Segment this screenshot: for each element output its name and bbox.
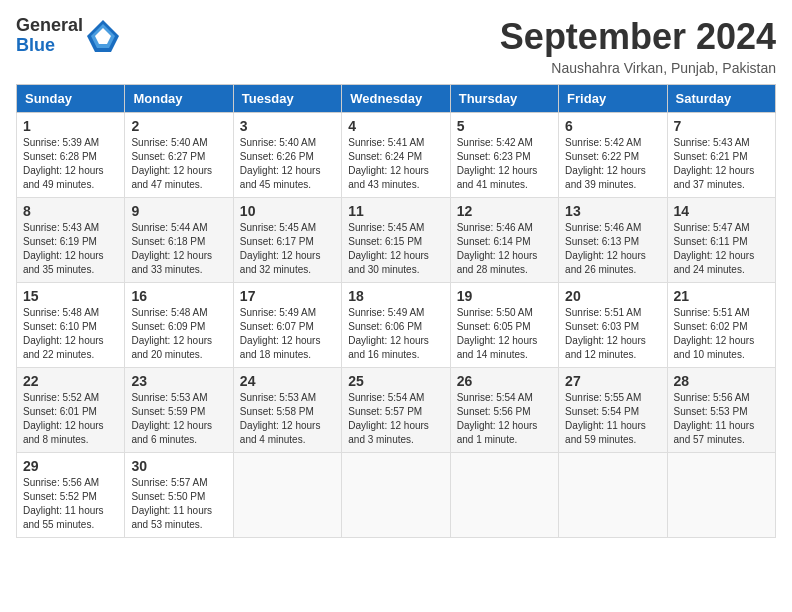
day-info: Sunrise: 5:43 AMSunset: 6:21 PMDaylight:… [674,137,755,190]
calendar-cell: 28 Sunrise: 5:56 AMSunset: 5:53 PMDaylig… [667,368,775,453]
day-number: 27 [565,373,660,389]
weekday-header: Monday [125,85,233,113]
day-number: 24 [240,373,335,389]
day-info: Sunrise: 5:49 AMSunset: 6:06 PMDaylight:… [348,307,429,360]
day-number: 8 [23,203,118,219]
calendar-cell: 9 Sunrise: 5:44 AMSunset: 6:18 PMDayligh… [125,198,233,283]
calendar-cell: 17 Sunrise: 5:49 AMSunset: 6:07 PMDaylig… [233,283,341,368]
day-number: 7 [674,118,769,134]
day-info: Sunrise: 5:47 AMSunset: 6:11 PMDaylight:… [674,222,755,275]
calendar-cell: 24 Sunrise: 5:53 AMSunset: 5:58 PMDaylig… [233,368,341,453]
day-number: 12 [457,203,552,219]
day-info: Sunrise: 5:43 AMSunset: 6:19 PMDaylight:… [23,222,104,275]
day-info: Sunrise: 5:51 AMSunset: 6:03 PMDaylight:… [565,307,646,360]
calendar-cell: 19 Sunrise: 5:50 AMSunset: 6:05 PMDaylig… [450,283,558,368]
calendar-cell: 7 Sunrise: 5:43 AMSunset: 6:21 PMDayligh… [667,113,775,198]
day-info: Sunrise: 5:52 AMSunset: 6:01 PMDaylight:… [23,392,104,445]
day-number: 15 [23,288,118,304]
calendar-cell: 18 Sunrise: 5:49 AMSunset: 6:06 PMDaylig… [342,283,450,368]
day-info: Sunrise: 5:50 AMSunset: 6:05 PMDaylight:… [457,307,538,360]
calendar-cell [342,453,450,538]
day-info: Sunrise: 5:39 AMSunset: 6:28 PMDaylight:… [23,137,104,190]
weekday-header: Friday [559,85,667,113]
calendar-cell: 2 Sunrise: 5:40 AMSunset: 6:27 PMDayligh… [125,113,233,198]
location-title: Naushahra Virkan, Punjab, Pakistan [500,60,776,76]
day-info: Sunrise: 5:46 AMSunset: 6:14 PMDaylight:… [457,222,538,275]
logo-blue-text: Blue [16,36,83,56]
day-info: Sunrise: 5:56 AMSunset: 5:52 PMDaylight:… [23,477,104,530]
weekday-header: Wednesday [342,85,450,113]
day-number: 20 [565,288,660,304]
day-number: 22 [23,373,118,389]
calendar-cell: 21 Sunrise: 5:51 AMSunset: 6:02 PMDaylig… [667,283,775,368]
day-number: 5 [457,118,552,134]
day-number: 26 [457,373,552,389]
calendar-cell: 15 Sunrise: 5:48 AMSunset: 6:10 PMDaylig… [17,283,125,368]
day-info: Sunrise: 5:55 AMSunset: 5:54 PMDaylight:… [565,392,646,445]
calendar-cell: 14 Sunrise: 5:47 AMSunset: 6:11 PMDaylig… [667,198,775,283]
calendar-cell: 5 Sunrise: 5:42 AMSunset: 6:23 PMDayligh… [450,113,558,198]
calendar-table: SundayMondayTuesdayWednesdayThursdayFrid… [16,84,776,538]
day-number: 30 [131,458,226,474]
day-info: Sunrise: 5:45 AMSunset: 6:15 PMDaylight:… [348,222,429,275]
weekday-header: Thursday [450,85,558,113]
day-number: 2 [131,118,226,134]
calendar-cell: 25 Sunrise: 5:54 AMSunset: 5:57 PMDaylig… [342,368,450,453]
day-number: 3 [240,118,335,134]
logo-general-text: General [16,16,83,36]
day-number: 9 [131,203,226,219]
day-info: Sunrise: 5:40 AMSunset: 6:26 PMDaylight:… [240,137,321,190]
day-info: Sunrise: 5:54 AMSunset: 5:56 PMDaylight:… [457,392,538,445]
day-number: 11 [348,203,443,219]
calendar-cell: 8 Sunrise: 5:43 AMSunset: 6:19 PMDayligh… [17,198,125,283]
day-number: 4 [348,118,443,134]
calendar-cell: 11 Sunrise: 5:45 AMSunset: 6:15 PMDaylig… [342,198,450,283]
day-info: Sunrise: 5:41 AMSunset: 6:24 PMDaylight:… [348,137,429,190]
logo-icon [85,18,121,54]
calendar-cell: 16 Sunrise: 5:48 AMSunset: 6:09 PMDaylig… [125,283,233,368]
calendar-cell: 13 Sunrise: 5:46 AMSunset: 6:13 PMDaylig… [559,198,667,283]
weekday-header: Tuesday [233,85,341,113]
day-number: 13 [565,203,660,219]
day-number: 16 [131,288,226,304]
calendar-cell: 3 Sunrise: 5:40 AMSunset: 6:26 PMDayligh… [233,113,341,198]
day-info: Sunrise: 5:42 AMSunset: 6:22 PMDaylight:… [565,137,646,190]
day-number: 17 [240,288,335,304]
calendar-cell: 26 Sunrise: 5:54 AMSunset: 5:56 PMDaylig… [450,368,558,453]
day-number: 25 [348,373,443,389]
day-info: Sunrise: 5:54 AMSunset: 5:57 PMDaylight:… [348,392,429,445]
day-info: Sunrise: 5:45 AMSunset: 6:17 PMDaylight:… [240,222,321,275]
weekday-header: Saturday [667,85,775,113]
month-title: September 2024 [500,16,776,58]
calendar-cell [450,453,558,538]
calendar-cell [559,453,667,538]
calendar-cell: 27 Sunrise: 5:55 AMSunset: 5:54 PMDaylig… [559,368,667,453]
day-info: Sunrise: 5:44 AMSunset: 6:18 PMDaylight:… [131,222,212,275]
calendar-cell: 4 Sunrise: 5:41 AMSunset: 6:24 PMDayligh… [342,113,450,198]
day-number: 18 [348,288,443,304]
day-info: Sunrise: 5:46 AMSunset: 6:13 PMDaylight:… [565,222,646,275]
day-info: Sunrise: 5:49 AMSunset: 6:07 PMDaylight:… [240,307,321,360]
day-number: 29 [23,458,118,474]
calendar-cell: 20 Sunrise: 5:51 AMSunset: 6:03 PMDaylig… [559,283,667,368]
day-info: Sunrise: 5:40 AMSunset: 6:27 PMDaylight:… [131,137,212,190]
day-number: 6 [565,118,660,134]
day-info: Sunrise: 5:48 AMSunset: 6:09 PMDaylight:… [131,307,212,360]
calendar-cell: 12 Sunrise: 5:46 AMSunset: 6:14 PMDaylig… [450,198,558,283]
weekday-header: Sunday [17,85,125,113]
day-number: 23 [131,373,226,389]
day-number: 21 [674,288,769,304]
day-info: Sunrise: 5:56 AMSunset: 5:53 PMDaylight:… [674,392,755,445]
day-number: 14 [674,203,769,219]
calendar-cell [667,453,775,538]
logo: General Blue [16,16,121,56]
calendar-cell: 29 Sunrise: 5:56 AMSunset: 5:52 PMDaylig… [17,453,125,538]
day-info: Sunrise: 5:51 AMSunset: 6:02 PMDaylight:… [674,307,755,360]
calendar-cell: 23 Sunrise: 5:53 AMSunset: 5:59 PMDaylig… [125,368,233,453]
calendar-cell [233,453,341,538]
calendar-cell: 1 Sunrise: 5:39 AMSunset: 6:28 PMDayligh… [17,113,125,198]
day-number: 10 [240,203,335,219]
calendar-cell: 6 Sunrise: 5:42 AMSunset: 6:22 PMDayligh… [559,113,667,198]
day-info: Sunrise: 5:42 AMSunset: 6:23 PMDaylight:… [457,137,538,190]
day-info: Sunrise: 5:53 AMSunset: 5:58 PMDaylight:… [240,392,321,445]
